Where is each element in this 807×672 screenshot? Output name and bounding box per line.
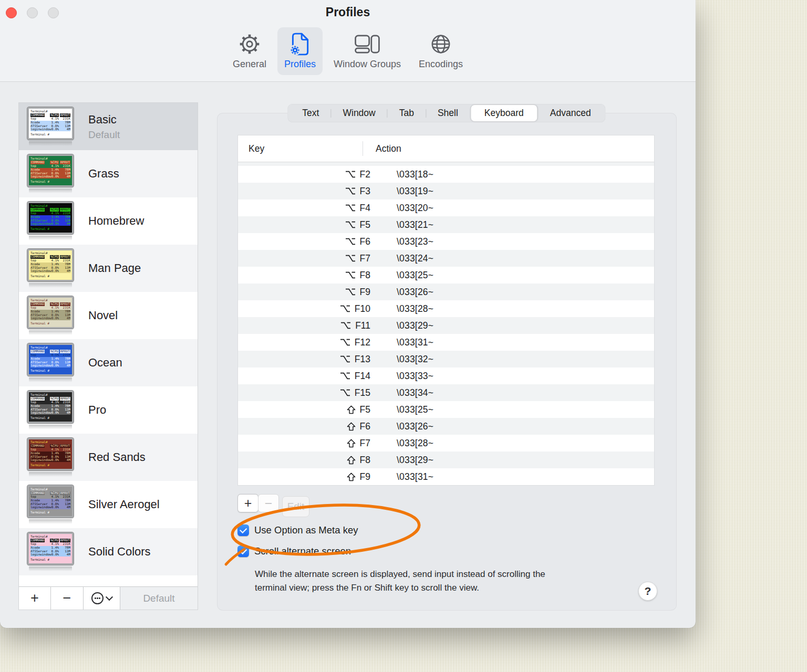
action-value: \033[28~ <box>397 438 433 449</box>
toolbar-item-profiles[interactable]: Profiles <box>277 27 323 75</box>
thumb-prompt-line: Terminal # <box>30 322 70 326</box>
profile-thumbnail: Terminal# COMMAND%CPURPRVT top4.1%231KXc… <box>27 485 74 524</box>
profile-list-item-man-page[interactable]: Terminal# COMMAND%CPURPRVT top4.1%231KXc… <box>19 245 198 292</box>
set-default-button[interactable]: Default <box>120 587 198 610</box>
remove-profile-button[interactable]: − <box>51 587 84 610</box>
scroll-alternate-screen-option[interactable]: Scroll alternate screen <box>237 545 351 557</box>
profile-list-item-homebrew[interactable]: Terminal# COMMAND%CPURPRVT top4.1%231KXc… <box>19 197 198 245</box>
add-profile-button[interactable]: + <box>19 587 51 610</box>
key-mapping-row[interactable]: F2 \033[18~ <box>238 166 654 183</box>
key-mapping-row[interactable]: F11 \033[29~ <box>238 317 654 334</box>
key-mapping-row[interactable]: F9 \033[31~ <box>238 468 654 485</box>
toolbar-label: Profiles <box>284 59 316 70</box>
thumb-prompt-line: Terminal # <box>30 369 70 373</box>
thumb-prompt-line: Terminal # <box>30 133 70 136</box>
checkbox-label: Use Option as Meta key <box>254 524 358 536</box>
option-key-icon <box>345 220 356 229</box>
key-mapping-row[interactable]: F5 \033[21~ <box>238 216 654 233</box>
ellipsis-circle-icon <box>91 592 104 604</box>
key-mapping-row[interactable]: F8 \033[29~ <box>238 452 654 468</box>
profile-name: Novel <box>88 309 118 322</box>
edit-key-mapping-button[interactable]: Edit <box>282 496 309 517</box>
key-mapping-row[interactable]: F6 \033[23~ <box>238 233 654 250</box>
table-body: F2 \033[18~ F3 \033[19~ F4 <box>238 166 654 485</box>
action-value: \033[23~ <box>397 236 433 247</box>
key-label: F10 <box>355 303 370 314</box>
toolbar-item-general[interactable]: General <box>226 27 273 75</box>
gear-icon <box>237 32 262 56</box>
key-mapping-row[interactable]: F15 \033[34~ <box>238 384 654 401</box>
tab-keyboard[interactable]: Keyboard <box>471 105 537 121</box>
toolbar-label: Encodings <box>419 59 463 70</box>
action-value: \033[33~ <box>397 371 433 382</box>
option-key-icon <box>345 187 356 195</box>
key-mapping-row[interactable]: F4 \033[20~ <box>238 200 654 216</box>
key-label: F9 <box>360 287 370 298</box>
action-value: \033[32~ <box>397 354 433 365</box>
remove-key-mapping-button[interactable]: − <box>258 494 279 512</box>
option-key-icon <box>345 271 356 279</box>
help-button[interactable]: ? <box>638 582 657 601</box>
profile-list-item-basic[interactable]: Terminal# COMMAND%CPURPRVT top4.1%231KXc… <box>19 103 198 150</box>
action-value: \033[28~ <box>397 303 433 314</box>
use-option-as-meta-key-option[interactable]: Use Option as Meta key <box>237 524 358 536</box>
option-key-icon <box>345 237 356 246</box>
key-mapping-row[interactable]: F13 \033[32~ <box>238 351 654 368</box>
key-label: F7 <box>360 253 370 264</box>
thumbnail-reflection <box>29 188 72 193</box>
key-label: F15 <box>355 387 370 398</box>
profile-list-item-novel[interactable]: Terminal# COMMAND%CPURPRVT top4.1%231KXc… <box>19 292 198 339</box>
key-mapping-row[interactable]: F6 \033[26~ <box>238 418 654 435</box>
tab-advanced[interactable]: Advanced <box>539 104 603 122</box>
profile-list-item-red-sands[interactable]: Terminal# COMMAND%CPURPRVT top4.1%231KXc… <box>19 434 198 481</box>
option-key-icon <box>345 204 356 212</box>
profile-rows: Terminal# COMMAND%CPURPRVT top4.1%231KXc… <box>19 103 198 575</box>
option-key-icon <box>340 321 351 330</box>
column-header-action[interactable]: Action <box>363 143 401 154</box>
tab-shell[interactable]: Shell <box>426 104 470 122</box>
tab-window[interactable]: Window <box>331 104 387 122</box>
key-mapping-row[interactable]: F5 \033[25~ <box>238 401 654 418</box>
scroll-alternate-screen-checkbox[interactable] <box>237 545 249 557</box>
tab-text[interactable]: Text <box>291 104 330 122</box>
thumbnail-reflection <box>29 425 72 429</box>
key-label: F8 <box>360 455 370 466</box>
key-mapping-row[interactable]: F7 \033[24~ <box>238 250 654 267</box>
key-mapping-row[interactable]: F10 \033[28~ <box>238 300 654 317</box>
action-value: \033[29~ <box>397 455 433 466</box>
key-mapping-row[interactable]: F12 \033[31~ <box>238 334 654 351</box>
key-label: F6 <box>360 421 370 432</box>
window-groups-icon <box>355 32 380 56</box>
profile-list-item-grass[interactable]: Terminal# COMMAND%CPURPRVT top4.1%231KXc… <box>19 150 198 197</box>
key-label: F13 <box>355 354 370 365</box>
profile-name: Silver Aerogel <box>88 498 160 511</box>
use-option-as-meta-key-checkbox[interactable] <box>237 524 249 536</box>
profile-list-item-ocean[interactable]: Terminal# COMMAND%CPURPRVT top4.1%231KXc… <box>19 339 198 386</box>
action-value: \033[34~ <box>397 387 433 398</box>
toolbar-item-encodings[interactable]: Encodings <box>412 27 470 75</box>
profile-list-item-silver-aerogel[interactable]: Terminal# COMMAND%CPURPRVT top4.1%231KXc… <box>19 481 198 528</box>
profile-thumbnail: Terminal# COMMAND%CPURPRVT top4.1%231KXc… <box>27 438 74 477</box>
action-value: \033[26~ <box>397 287 433 298</box>
key-label: F12 <box>355 337 370 348</box>
profile-list-item-pro[interactable]: Terminal# COMMAND%CPURPRVT top4.1%231KXc… <box>19 386 198 434</box>
shift-key-icon <box>347 456 356 465</box>
shift-key-icon <box>347 472 356 481</box>
key-mapping-row[interactable]: F9 \033[26~ <box>238 284 654 300</box>
key-mapping-row[interactable]: F14 \033[33~ <box>238 368 654 384</box>
option-key-icon <box>340 372 350 380</box>
key-mapping-row[interactable]: F8 \033[25~ <box>238 267 654 284</box>
key-mapping-row[interactable]: F3 \033[19~ <box>238 183 654 200</box>
profile-actions-menu-button[interactable] <box>84 587 120 610</box>
tab-tab[interactable]: Tab <box>388 104 426 122</box>
column-header-key[interactable]: Key <box>238 143 363 154</box>
profile-thumbnail: Terminal# COMMAND%CPURPRVT top4.1%231KXc… <box>27 249 74 288</box>
add-key-mapping-button[interactable]: + <box>237 494 258 512</box>
profile-list-item-solid-colors[interactable]: Terminal# COMMAND%CPURPRVT top4.1%231KXc… <box>19 528 198 575</box>
toolbar-item-window-groups[interactable]: Window Groups <box>327 27 408 75</box>
profile-thumbnail: Terminal# COMMAND%CPURPRVT top4.1%231KXc… <box>27 343 74 382</box>
profile-list-footer: + − Default <box>19 586 198 610</box>
key-mapping-row[interactable]: F7 \033[28~ <box>238 435 654 452</box>
key-label: F4 <box>360 203 370 214</box>
option-key-icon <box>345 170 356 178</box>
